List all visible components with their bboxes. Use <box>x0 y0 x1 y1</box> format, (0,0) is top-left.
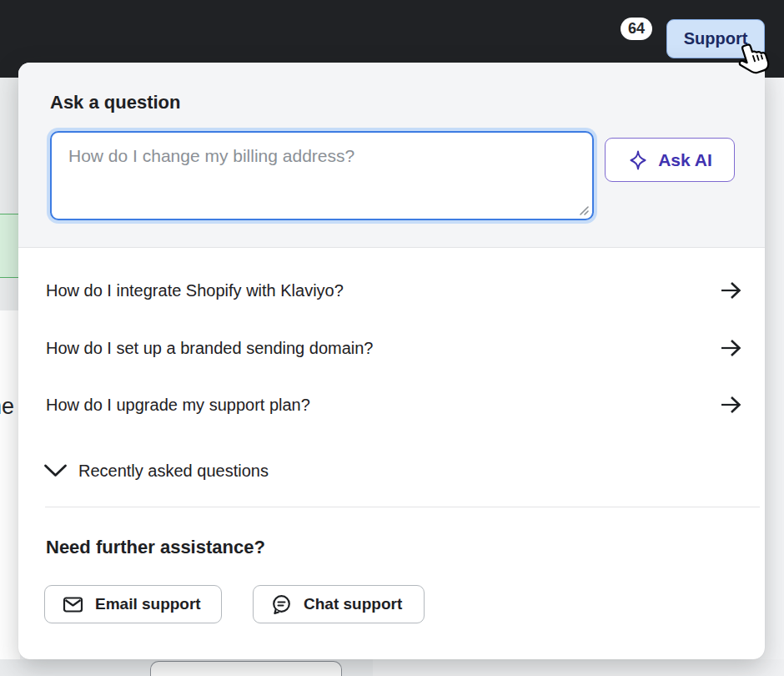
suggested-question-label: How do I integrate Shopify with Klaviyo? <box>46 281 344 300</box>
chat-support-button[interactable]: Chat support <box>253 585 425 623</box>
support-dropdown-screen: ne 64 Support Ask a question <box>0 0 784 676</box>
arrow-right-icon <box>718 394 743 416</box>
resize-handle-icon[interactable] <box>578 204 590 216</box>
need-assistance-heading: Need further assistance? <box>46 537 265 558</box>
arrow-right-icon <box>718 280 743 301</box>
background-bottom-strip-light <box>373 659 784 676</box>
arrow-right-icon <box>718 337 743 359</box>
ask-ai-button[interactable]: Ask AI <box>605 138 735 182</box>
recently-asked-expander[interactable]: Recently asked questions <box>43 452 269 490</box>
chevron-down-icon <box>43 463 68 478</box>
question-input-wrapper <box>47 128 597 224</box>
ask-question-heading: Ask a question <box>50 92 180 114</box>
email-support-label: Email support <box>95 595 201 613</box>
chat-support-label: Chat support <box>304 595 402 613</box>
suggested-question-row[interactable]: How do I integrate Shopify with Klaviyo? <box>18 262 765 319</box>
suggested-question-row[interactable]: How do I set up a branded sending domain… <box>18 320 765 376</box>
notification-count: 64 <box>628 20 645 38</box>
support-button-label: Support <box>684 29 748 48</box>
sparkle-icon <box>627 149 649 171</box>
background-success-banner-edge <box>0 214 20 278</box>
section-divider <box>45 507 760 507</box>
support-panel: Ask a question Ask AI How do I integrate… <box>18 63 765 659</box>
ask-ai-label: Ask AI <box>658 150 712 170</box>
background-partial-button[interactable] <box>150 661 342 676</box>
chat-bubble-icon <box>270 593 293 616</box>
suggested-question-row[interactable]: How do I upgrade my support plan? <box>18 376 765 433</box>
question-input[interactable] <box>50 131 594 220</box>
background-card-edge <box>0 310 20 659</box>
recently-asked-label: Recently asked questions <box>78 462 269 481</box>
support-button[interactable]: Support <box>666 19 765 58</box>
background-clipped-text: ne <box>0 394 14 420</box>
email-support-button[interactable]: Email support <box>44 585 222 623</box>
notification-count-badge: 64 <box>621 18 652 40</box>
envelope-icon <box>62 593 84 616</box>
suggested-question-label: How do I set up a branded sending domain… <box>46 339 374 358</box>
suggested-question-label: How do I upgrade my support plan? <box>46 396 310 415</box>
